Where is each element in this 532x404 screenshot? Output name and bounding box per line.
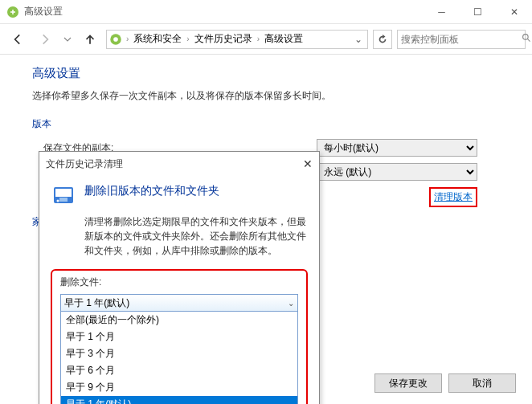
combo-selected-text: 早于 1 年(默认) bbox=[64, 296, 129, 310]
combo-selected[interactable]: 早于 1 年(默认) ⌄ bbox=[60, 294, 298, 312]
svg-line-4 bbox=[527, 39, 530, 41]
combo-dropdown-list: 全部(最近的一个除外) 早于 1 个月 早于 3 个月 早于 6 个月 早于 9… bbox=[60, 312, 298, 404]
breadcrumb-dropdown-icon[interactable]: ⌄ bbox=[351, 34, 366, 45]
svg-rect-6 bbox=[55, 189, 72, 197]
navbar: › 系统和安全 › 文件历史记录 › 高级设置 ⌄ bbox=[0, 24, 532, 55]
refresh-button[interactable] bbox=[373, 30, 392, 49]
breadcrumb-item-2[interactable]: 文件历史记录 bbox=[193, 32, 254, 46]
minimize-button[interactable]: ─ bbox=[424, 0, 460, 24]
recent-dropdown-button[interactable] bbox=[61, 28, 74, 51]
window-title: 高级设置 bbox=[24, 5, 424, 18]
delete-files-label: 删除文件: bbox=[60, 275, 298, 289]
search-box[interactable] bbox=[397, 30, 526, 49]
footer-buttons: 保存更改 取消 bbox=[374, 373, 516, 393]
breadcrumb[interactable]: › 系统和安全 › 文件历史记录 › 高级设置 ⌄ bbox=[106, 30, 368, 49]
cleanup-icon bbox=[51, 182, 76, 208]
section-versions-label: 版本 bbox=[32, 117, 500, 131]
cleanup-link-highlight: 清理版本 bbox=[429, 187, 477, 207]
chevron-down-icon[interactable]: ⌄ bbox=[288, 299, 294, 308]
search-icon[interactable] bbox=[522, 33, 532, 46]
dialog-titlebar: 文件历史记录清理 ✕ bbox=[39, 152, 319, 176]
page-heading: 高级设置 bbox=[32, 66, 500, 81]
select-keep-versions[interactable]: 永远 (默认) bbox=[317, 163, 477, 181]
combo-option[interactable]: 早于 6 个月 bbox=[61, 362, 297, 379]
titlebar: 高级设置 ─ ☐ ✕ bbox=[0, 0, 532, 24]
combo-option[interactable]: 全部(最近的一个除外) bbox=[61, 312, 297, 329]
forward-button[interactable] bbox=[34, 28, 56, 51]
svg-point-8 bbox=[57, 200, 59, 202]
combo-option[interactable]: 早于 1 个月 bbox=[61, 329, 297, 345]
close-button[interactable]: ✕ bbox=[496, 0, 532, 24]
app-icon bbox=[6, 6, 19, 18]
search-input[interactable] bbox=[401, 34, 522, 45]
combo-option-selected[interactable]: 早于 1 年(默认) bbox=[61, 396, 297, 404]
svg-rect-7 bbox=[59, 198, 68, 202]
combo-option[interactable]: 早于 9 个月 bbox=[61, 379, 297, 396]
save-changes-button[interactable]: 保存更改 bbox=[374, 373, 442, 393]
page-subtext: 选择你希望多久保存一次文件副本，以及将保存的版本保留多长时间。 bbox=[32, 89, 500, 103]
combo-option[interactable]: 早于 3 个月 bbox=[61, 345, 297, 362]
chevron-right-icon[interactable]: › bbox=[123, 35, 132, 43]
cleanup-dialog: 文件历史记录清理 ✕ 删除旧版本的文件和文件夹 清理将删除比选定期限早的文件和文… bbox=[39, 151, 320, 404]
chevron-right-icon[interactable]: › bbox=[254, 35, 263, 43]
window-buttons: ─ ☐ ✕ bbox=[424, 0, 532, 24]
delete-files-highlight: 删除文件: 早于 1 年(默认) ⌄ 全部(最近的一个除外) 早于 1 个月 早… bbox=[51, 269, 308, 404]
delete-files-combo[interactable]: 早于 1 年(默认) ⌄ 全部(最近的一个除外) 早于 1 个月 早于 3 个月… bbox=[60, 294, 298, 404]
breadcrumb-icon bbox=[108, 32, 123, 47]
dialog-description: 清理将删除比选定期限早的文件和文件夹版本，但最新版本的文件或文件夹除外。还会删除… bbox=[84, 214, 308, 258]
svg-point-3 bbox=[523, 34, 529, 39]
cancel-button[interactable]: 取消 bbox=[448, 373, 516, 393]
svg-point-2 bbox=[113, 37, 118, 42]
dialog-title: 文件历史记录清理 bbox=[46, 157, 303, 171]
maximize-button[interactable]: ☐ bbox=[460, 0, 496, 24]
cleanup-versions-link[interactable]: 清理版本 bbox=[434, 191, 473, 202]
dialog-heading: 删除旧版本的文件和文件夹 bbox=[84, 184, 219, 208]
dialog-body: 删除旧版本的文件和文件夹 清理将删除比选定期限早的文件和文件夹版本，但最新版本的… bbox=[39, 176, 319, 404]
back-button[interactable] bbox=[6, 28, 29, 51]
up-button[interactable] bbox=[79, 28, 101, 51]
breadcrumb-item-3[interactable]: 高级设置 bbox=[263, 32, 305, 46]
dialog-close-button[interactable]: ✕ bbox=[303, 157, 313, 170]
breadcrumb-item-1[interactable]: 系统和安全 bbox=[132, 32, 183, 46]
select-save-copies[interactable]: 每小时(默认) bbox=[317, 139, 477, 157]
chevron-right-icon[interactable]: › bbox=[183, 35, 192, 43]
